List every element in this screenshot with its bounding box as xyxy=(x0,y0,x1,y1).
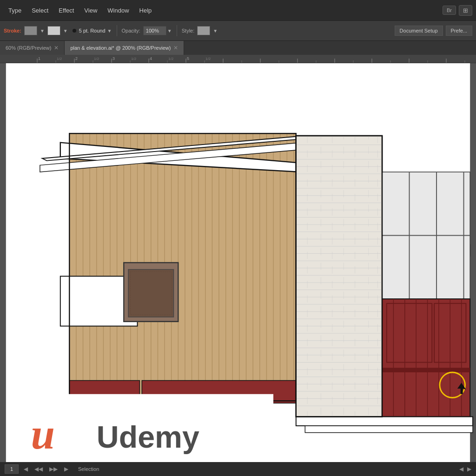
status-arrow-left[interactable]: ◀ xyxy=(459,466,463,472)
svg-text:1/2: 1/2 xyxy=(168,57,174,61)
stroke-arrow[interactable]: ▼ xyxy=(40,28,45,33)
menu-effect[interactable]: Effect xyxy=(54,5,79,16)
tab-1[interactable]: plan & elevation.ai* @ 200% (RGB/Preview… xyxy=(65,41,184,55)
opacity-label: Opacity: xyxy=(122,28,140,33)
next-page-button[interactable]: ▶ xyxy=(63,466,70,472)
first-page-button[interactable]: ◀◀ xyxy=(33,466,44,472)
prev-page-button[interactable]: ◀ xyxy=(22,466,29,472)
svg-rect-81 xyxy=(296,136,382,417)
svg-text:2: 2 xyxy=(75,56,78,61)
menu-select[interactable]: Select xyxy=(27,5,53,16)
canvas-area[interactable]: u Udemy xyxy=(0,63,476,462)
stroke-size-label: 5 pt. Round xyxy=(79,28,106,33)
stroke-swatch2[interactable] xyxy=(47,26,60,35)
svg-text:1/2: 1/2 xyxy=(131,57,137,61)
ruler: 1 1/2 2 1/2 3 1/2 4 1/2 5 1/2 xyxy=(0,55,476,63)
last-page-button[interactable]: ▶▶ xyxy=(48,466,59,472)
page-number-input[interactable] xyxy=(5,464,19,474)
stroke-dot xyxy=(73,29,76,33)
tab-1-close[interactable]: ✕ xyxy=(173,45,178,51)
tab-1-label: plan & elevation.ai* @ 200% (RGB/Preview… xyxy=(70,45,171,51)
tab-bar: 60% (RGB/Preview) ✕ plan & elevation.ai*… xyxy=(0,41,476,55)
menu-view[interactable]: View xyxy=(79,5,102,16)
stroke-size-arrow[interactable]: ▼ xyxy=(107,28,112,33)
prefs-button[interactable]: Prefe... xyxy=(446,26,472,36)
svg-text:Udemy: Udemy xyxy=(97,420,199,454)
stroke-label: Stroke: xyxy=(4,28,21,33)
stroke-color-swatch[interactable] xyxy=(24,26,37,35)
svg-rect-77 xyxy=(128,270,174,317)
architectural-drawing: u Udemy xyxy=(0,63,476,462)
opacity-arrow[interactable]: ▼ xyxy=(167,28,172,33)
selection-status: Selection xyxy=(78,466,99,472)
opacity-input[interactable] xyxy=(143,26,166,35)
svg-text:4: 4 xyxy=(150,56,152,61)
tab-0[interactable]: 60% (RGB/Preview) ✕ xyxy=(0,41,65,55)
style-box[interactable] xyxy=(197,26,210,35)
svg-text:3: 3 xyxy=(112,56,115,61)
menu-help[interactable]: Help xyxy=(135,5,157,16)
divider1 xyxy=(117,25,117,36)
divider2 xyxy=(177,25,177,36)
svg-text:1/2: 1/2 xyxy=(57,57,62,61)
status-bar: ◀ ◀◀ ▶▶ ▶ Selection ◀ ▶ xyxy=(0,462,476,476)
svg-rect-144 xyxy=(305,426,473,433)
menu-type[interactable]: Type xyxy=(4,5,26,16)
svg-rect-140 xyxy=(382,368,470,372)
tab-0-close[interactable]: ✕ xyxy=(54,45,59,51)
layout-icon[interactable]: ⊞ xyxy=(459,5,472,16)
style-label: Style: xyxy=(182,28,195,33)
menu-window[interactable]: Window xyxy=(103,5,133,16)
svg-text:1/2: 1/2 xyxy=(205,57,211,61)
toolbar: Stroke: ▼ ▼ 5 pt. Round ▼ Opacity: ▼ Sty… xyxy=(0,20,476,41)
svg-rect-0 xyxy=(0,55,476,63)
tab-0-label: 60% (RGB/Preview) xyxy=(6,45,51,51)
svg-rect-143 xyxy=(296,417,473,426)
menu-bar: Type Select Effect View Window Help Br ⊞ xyxy=(0,0,476,20)
stroke-arrow2[interactable]: ▼ xyxy=(63,28,68,33)
br-badge[interactable]: Br xyxy=(443,6,456,15)
status-arrow-right[interactable]: ▶ xyxy=(467,466,471,472)
svg-text:1: 1 xyxy=(38,56,40,61)
style-arrow[interactable]: ▼ xyxy=(213,28,218,33)
svg-text:u: u xyxy=(31,410,55,458)
svg-text:1/2: 1/2 xyxy=(94,57,99,61)
doc-setup-button[interactable]: Document Setup xyxy=(395,26,443,36)
svg-text:5: 5 xyxy=(187,56,189,61)
svg-rect-132 xyxy=(382,299,470,417)
